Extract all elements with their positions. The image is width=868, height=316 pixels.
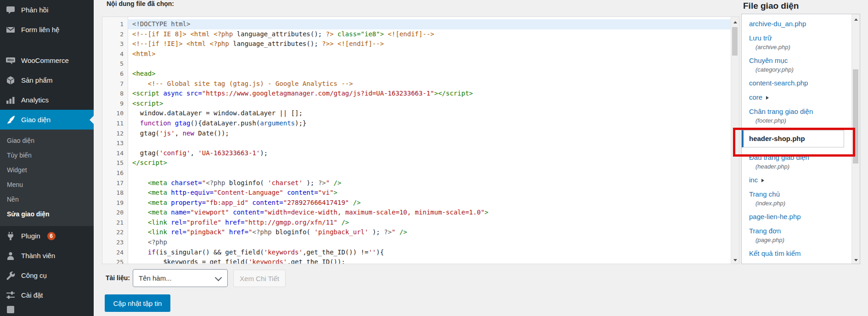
sidebar-subitem[interactable]: Tùy biến [0,148,94,163]
update-file-button[interactable]: Cập nhật tập tin [105,294,170,312]
scroll-up-arrow-icon[interactable] [852,14,860,22]
sidebar-item-plugin[interactable]: Plugin6 [0,226,94,246]
line-number: 9 [102,99,128,109]
sidebar-item-label: Analytics [21,96,49,104]
line-number: 4 [102,49,128,59]
code-line: 17 <meta charset="<?php bloginfo( 'chars… [102,178,731,188]
sidebar-item-appearance[interactable]: Giao diện [0,110,94,130]
sidebar-item-label: Sản phẩm [21,76,52,84]
scroll-down-arrow-icon[interactable] [731,256,739,264]
file-link[interactable]: inc [749,176,844,184]
sidebar-item-woocommerce[interactable]: WooWooCommerce [0,51,94,70]
code-text[interactable]: if(is_singular() && get_field('keywords'… [128,248,731,258]
sidebar-subitem[interactable]: Sửa giao diện [0,207,94,221]
code-line: 14 gtag('config', 'UA-163233663-1'); [102,148,731,158]
line-number: 23 [102,237,128,248]
code-text[interactable]: $keywords = get_field('keywords',get_the… [128,257,731,264]
sidebar-item-analytics[interactable]: Analytics [0,90,94,110]
code-text[interactable]: <head> [128,69,731,79]
code-text[interactable]: <link rel="profile" href="http://gmgp.or… [128,218,731,228]
sidebar-item-partial[interactable] [0,305,94,314]
sidebar-subitem[interactable]: Widget [0,163,94,177]
file-link[interactable]: content-search.php [749,79,844,87]
file-link[interactable]: Trang đơn [749,227,844,235]
file-link[interactable]: core [749,93,844,102]
file-list-scrollbar[interactable] [851,14,860,264]
view-detail-button[interactable]: Xem Chi Tiết [233,270,286,287]
code-text[interactable]: <script> [128,99,731,109]
file-list-scrollbar-thumb[interactable] [853,69,858,164]
sidebar-subitem[interactable]: Menu [0,177,94,192]
sidebar-item-label: Cài đặt [21,291,43,299]
file-link[interactable]: Chuyên mục [749,56,844,65]
scroll-down-arrow-icon[interactable] [852,256,860,264]
documentation-label: Tài liệu: [106,274,130,282]
function-name-dropdown[interactable]: Tên hàm... [133,269,228,287]
line-number: 2 [102,29,128,40]
file-link[interactable]: Đầu trang giao diện [749,153,844,162]
code-line: 4<html> [102,49,731,59]
sidebar-item-users[interactable]: Thành viên [0,246,94,265]
code-editor: 1<!DOCTYPE html>2<!--[if IE 8]> <html <?… [102,17,739,264]
code-text[interactable]: <html> [128,49,731,59]
sidebar-item-email[interactable]: Form liên hệ [0,20,94,40]
code-text[interactable]: <meta name="viewport" content="width=dev… [128,208,731,218]
file-link[interactable]: Lưu trữ [749,34,844,42]
code-text[interactable]: gtag('js', new Date()); [128,129,731,139]
code-text[interactable]: <!DOCTYPE html> [128,19,731,29]
folder-arrow-icon [761,179,764,182]
file-link[interactable]: Trang chủ [749,190,844,198]
sidebar-subitem[interactable]: Nền [0,192,94,207]
sidebar-item-settings[interactable]: Cài đặt [0,285,94,305]
code-line: 8<script async src="https://www.googleta… [102,89,731,99]
sidebar-item-comment[interactable]: Phản hồi [0,0,94,20]
sidebar-subitem[interactable]: Giao diện [0,133,94,148]
file-link[interactable]: Chân trang giao diện [749,107,844,116]
file-link[interactable]: Kết quả tìm kiếm [749,249,844,258]
code-text[interactable] [128,168,731,178]
code-text[interactable]: window.dataLayer = window.dataLayer || [… [128,108,731,118]
code-text[interactable]: <!-- Global site tag (gtag.js) - Google … [128,79,731,89]
code-line: 13 [102,138,731,148]
file-item: Trang đơn(page.php) [749,227,844,243]
line-number: 16 [102,168,128,178]
scroll-up-arrow-icon[interactable] [731,17,739,24]
sidebar-item-tools[interactable]: Công cụ [0,265,94,285]
line-number: 6 [102,69,128,79]
code-text[interactable]: <!--[if !IE]> <html <?php language_attri… [128,39,731,49]
code-text[interactable]: <script async src="https://www.googletag… [128,89,731,99]
code-text[interactable]: <!--[if IE 8]> <html <?php language_attr… [128,29,731,40]
sidebar-item-products[interactable]: Sản phẩm [0,70,94,90]
editor-scrollbar-thumb[interactable] [732,27,738,56]
editor-scrollbar[interactable] [731,17,739,264]
analytics-icon [6,96,15,105]
sidebar-item-label: WooCommerce [21,56,69,64]
code-line: 3<!--[if !IE]> <html <?php language_attr… [102,39,731,49]
sidebar-item-label: Plugin [21,232,40,240]
code-line: 9<script> [102,99,731,109]
code-text[interactable]: <meta http-equiv="Content-Language" cont… [128,188,731,198]
sidebar-item-label: Thành viên [21,252,55,260]
file-link[interactable]: archive-du_an.php [749,20,844,28]
code-text[interactable]: <link rel="pingback" href="<?php bloginf… [128,227,731,237]
code-area[interactable]: 1<!DOCTYPE html>2<!--[if IE 8]> <html <?… [102,17,731,264]
file-item: Trang chủ(index.php) [749,190,844,207]
code-line: 12 gtag('js', new Date()); [102,129,731,139]
code-text[interactable] [128,138,731,148]
code-line: 5 [102,59,731,69]
file-item: Lưu trữ(archive.php) [749,34,844,51]
code-text[interactable]: <meta charset="<?php bloginfo( 'charset'… [128,178,731,188]
code-text[interactable]: </script> [128,158,731,168]
appearance-submenu: Giao diệnTùy biếnWidgetMenuNềnSửa giao d… [0,130,94,226]
update-count-badge: 6 [47,232,56,240]
file-description: (category.php) [755,66,844,73]
code-text[interactable] [128,59,731,69]
folder-item: core [749,93,844,102]
code-text[interactable]: <?php [128,237,731,248]
tools-icon [6,271,15,280]
code-text[interactable]: <meta property="fb:app_id" content="2789… [128,198,731,208]
folder-arrow-icon [766,96,769,100]
file-link[interactable]: page-lien-he.php [749,213,844,221]
code-text[interactable]: function gtag(){dataLayer.push(arguments… [128,118,731,129]
code-text[interactable]: gtag('config', 'UA-163233663-1'); [128,148,731,158]
